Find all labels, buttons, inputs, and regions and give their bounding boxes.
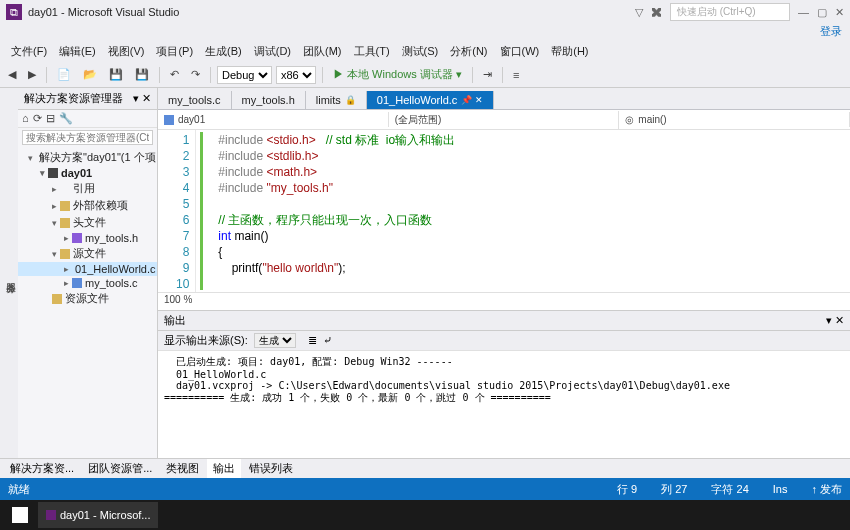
sync-icon[interactable]: ▽ [635,6,643,19]
undo-icon[interactable]: ↶ [166,66,183,83]
left-side-tabs: 服务器 工具箱 [0,88,18,458]
pin-icon: 📌 ✕ [461,95,483,105]
taskbar-vs[interactable]: day01 - Microsof... [38,502,158,528]
open-icon[interactable]: 📂 [79,66,101,83]
tab-limits[interactable]: limits🔒 [306,91,367,109]
menu-item[interactable]: 工具(T) [349,42,395,62]
bottom-tab[interactable]: 类视图 [160,459,205,478]
code-nav-bar: day01 (全局范围) ◎ main() [158,110,850,130]
menu-item[interactable]: 团队(M) [298,42,347,62]
bottom-tab[interactable]: 错误列表 [243,459,299,478]
menu-item[interactable]: 生成(B) [200,42,247,62]
close-button[interactable]: ✕ [835,6,844,19]
menu-item[interactable]: 视图(V) [103,42,150,62]
nav-back-icon[interactable]: ◀ [4,66,20,83]
windows-taskbar: day01 - Microsof... [0,500,850,530]
menu-item[interactable]: 调试(D) [249,42,296,62]
status-char: 字符 24 [711,482,748,497]
explorer-dropdown-icon[interactable]: ▾ ✕ [133,92,151,105]
save-icon[interactable]: 💾 [105,66,127,83]
lock-icon: 🔒 [345,95,356,105]
tab-my-tools-c[interactable]: my_tools.c [158,91,232,109]
comment-icon[interactable]: ≡ [509,67,523,83]
output-from-select[interactable]: 生成 [254,333,296,348]
redo-icon[interactable]: ↷ [187,66,204,83]
nav-fwd-icon[interactable]: ▶ [24,66,40,83]
tab-my-tools-h[interactable]: my_tools.h [232,91,306,109]
feedback-icon[interactable]: 🞮 [651,6,662,18]
output-from-label: 显示输出来源(S): [164,333,248,348]
refresh-icon[interactable]: ⟳ [33,112,42,125]
output-title: 输出 [164,313,186,328]
menu-item[interactable]: 窗口(W) [495,42,545,62]
solution-explorer: 解决方案资源管理器 ▾ ✕ ⌂ ⟳ ⊟ 🔧 ▾解决方案"day01"(1 个项目… [18,88,158,458]
bottom-tab[interactable]: 解决方案资... [4,459,80,478]
wrap-icon[interactable]: ⤶ [323,334,332,347]
menu-item[interactable]: 项目(P) [151,42,198,62]
save-all-icon[interactable]: 💾 [131,66,153,83]
solution-tree[interactable]: ▾解决方案"day01"(1 个项目) ▾day01 ▸引用 ▸外部依赖项 ▾头… [18,147,157,458]
menu-item[interactable]: 编辑(E) [54,42,101,62]
props-icon[interactable]: 🔧 [59,112,73,125]
tab-helloworld-active[interactable]: 01_HelloWorld.c📌 ✕ [367,91,494,109]
menu-item[interactable]: 帮助(H) [546,42,593,62]
server-explorer-tab[interactable]: 服务器 [2,271,18,279]
step-icon[interactable]: ⇥ [479,66,496,83]
platform-select[interactable]: x86 [276,66,316,84]
status-ins: Ins [773,483,788,495]
code-editor[interactable]: 1234567891011121314151617 #include <stdi… [158,130,850,292]
menu-item[interactable]: 分析(N) [445,42,492,62]
quick-launch-input[interactable]: 快速启动 (Ctrl+Q) [670,3,790,21]
scope-dropdown[interactable]: day01 [158,112,389,127]
menubar: 文件(F)编辑(E)视图(V)项目(P)生成(B)调试(D)团队(M)工具(T)… [0,42,850,62]
home-icon[interactable]: ⌂ [22,112,29,125]
login-link[interactable]: 登录 [0,24,850,42]
status-line: 行 9 [617,482,637,497]
menu-item[interactable]: 测试(S) [397,42,444,62]
bottom-tab-strip: 解决方案资...团队资源管...类视图输出错误列表 [0,458,850,478]
statusbar: 就绪 行 9 列 27 字符 24 Ins ↑ 发布 [0,478,850,500]
start-button[interactable] [4,502,36,528]
status-publish[interactable]: ↑ 发布 [811,482,842,497]
maximize-button[interactable]: ▢ [817,6,827,19]
config-select[interactable]: Debug [217,66,272,84]
main-toolbar: ◀ ▶ 📄 📂 💾 💾 ↶ ↷ Debug x86 ▶ 本地 Windows 调… [0,62,850,88]
new-project-icon[interactable]: 📄 [53,66,75,83]
editor-tabs: my_tools.c my_tools.h limits🔒 01_HelloWo… [158,88,850,110]
vs-logo-icon: ⧉ [6,4,22,20]
status-col: 列 27 [661,482,687,497]
clear-icon[interactable]: ≣ [308,334,317,347]
output-close-icon[interactable]: ▾ ✕ [826,314,844,327]
bottom-tab[interactable]: 输出 [207,459,241,478]
menu-item[interactable]: 文件(F) [6,42,52,62]
tree-file-selected: ▸01_HelloWorld.c [18,262,157,276]
explorer-search-input[interactable] [22,130,153,145]
status-ready: 就绪 [8,482,30,497]
run-button[interactable]: ▶ 本地 Windows 调试器 ▾ [329,65,466,84]
member-dropdown[interactable]: ◎ main() [619,112,850,127]
type-dropdown[interactable]: (全局范围) [389,111,620,129]
zoom-level[interactable]: 100 % [158,292,850,310]
bottom-tab[interactable]: 团队资源管... [82,459,158,478]
minimize-button[interactable]: — [798,6,809,18]
output-panel: 输出 ▾ ✕ 显示输出来源(S): 生成 ≣ ⤶ 已启动生成: 项目: day0… [158,310,850,458]
output-text[interactable]: 已启动生成: 项目: day01, 配置: Debug Win32 ------… [158,351,850,458]
explorer-title: 解决方案资源管理器 [24,91,123,106]
collapse-icon[interactable]: ⊟ [46,112,55,125]
window-title: day01 - Microsoft Visual Studio [28,6,635,18]
titlebar: ⧉ day01 - Microsoft Visual Studio ▽ 🞮 快速… [0,0,850,24]
